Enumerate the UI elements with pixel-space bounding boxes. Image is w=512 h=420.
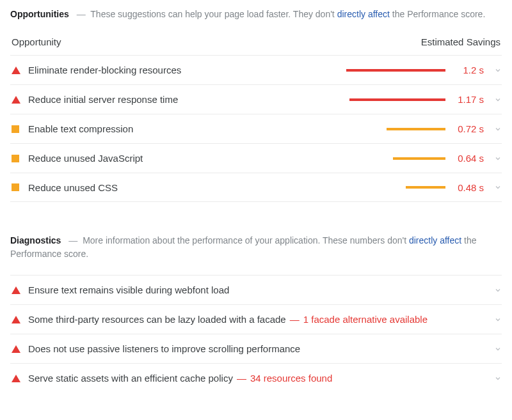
extra-dash: —: [290, 314, 300, 325]
opportunities-desc-after: the Performance score.: [390, 9, 485, 19]
triangle-icon: [12, 96, 20, 104]
diagnostic-label: Does not use passive listeners to improv…: [28, 343, 300, 354]
opportunities-desc-before: These suggestions can help your page loa…: [90, 9, 337, 19]
bar-fill: [387, 128, 445, 130]
savings-value: 1.2 s: [445, 65, 489, 75]
chevron-down-icon[interactable]: [489, 125, 502, 133]
savings-bar: [343, 186, 445, 189]
square-icon: [12, 155, 19, 162]
severity-icon: [10, 183, 28, 191]
triangle-icon: [12, 66, 20, 74]
savings-bar: [343, 69, 445, 72]
opportunities-title: Opportunities: [10, 9, 69, 19]
opportunity-row[interactable]: Reduce unused JavaScript0.64 s: [10, 143, 502, 173]
severity-icon: [10, 96, 28, 104]
savings-value: 0.48 s: [445, 182, 489, 193]
severity-icon: [10, 155, 28, 162]
bar-fill: [393, 157, 445, 160]
diagnostic-row[interactable]: Ensure text remains visible during webfo…: [10, 275, 502, 304]
triangle-icon: [12, 345, 20, 353]
directly-affect-link[interactable]: directly affect: [337, 9, 390, 19]
diagnostic-extra: 34 resources found: [250, 373, 332, 384]
opportunity-row[interactable]: Reduce initial server response time1.17 …: [10, 84, 502, 114]
diagnostics-list: Ensure text remains visible during webfo…: [10, 275, 502, 393]
savings-bar: [343, 157, 445, 160]
diagnostic-label: Serve static assets with an efficient ca…: [28, 373, 233, 384]
triangle-icon: [12, 316, 20, 323]
triangle-icon: [12, 286, 20, 294]
opportunity-row[interactable]: Reduce unused CSS0.48 s: [10, 173, 502, 202]
opportunity-list: Eliminate render-blocking resources1.2 s…: [10, 55, 502, 202]
severity-icon: [10, 316, 28, 323]
directly-affect-link[interactable]: directly affect: [409, 235, 461, 245]
bar-fill: [346, 69, 445, 72]
triangle-icon: [12, 375, 20, 382]
col-opportunity: Opportunity: [12, 36, 61, 47]
opportunity-column-headers: Opportunity Estimated Savings: [10, 35, 502, 55]
dash-separator: —: [68, 235, 77, 245]
savings-value: 0.72 s: [445, 123, 489, 134]
opportunity-row[interactable]: Eliminate render-blocking resources1.2 s: [10, 55, 502, 84]
col-savings: Estimated Savings: [421, 36, 500, 47]
chevron-down-icon[interactable]: [489, 345, 502, 353]
square-icon: [12, 183, 19, 191]
diagnostic-label: Ensure text remains visible during webfo…: [28, 284, 229, 295]
diagnostics-header: Diagnostics — More information about the…: [10, 234, 502, 261]
chevron-down-icon[interactable]: [489, 155, 502, 162]
diagnostic-extra: 1 facade alternative available: [303, 314, 428, 325]
opportunity-row[interactable]: Enable text compression0.72 s: [10, 114, 502, 143]
severity-icon: [10, 66, 28, 74]
chevron-down-icon[interactable]: [489, 66, 502, 74]
savings-bar: [343, 128, 445, 130]
chevron-down-icon[interactable]: [489, 183, 502, 191]
opportunity-label: Reduce unused JavaScript: [28, 153, 343, 164]
chevron-down-icon[interactable]: [489, 96, 502, 104]
diagnostic-label: Some third-party resources can be lazy l…: [28, 314, 286, 325]
dash-separator: —: [77, 9, 86, 19]
severity-icon: [10, 125, 28, 133]
savings-bar: [343, 98, 445, 101]
diagnostic-row[interactable]: Some third-party resources can be lazy l…: [10, 304, 502, 334]
severity-icon: [10, 286, 28, 294]
square-icon: [12, 125, 19, 133]
diagnostics-title: Diagnostics: [10, 235, 61, 245]
bar-fill: [349, 98, 445, 101]
chevron-down-icon[interactable]: [489, 316, 502, 323]
severity-icon: [10, 345, 28, 353]
savings-value: 0.64 s: [445, 153, 489, 164]
savings-value: 1.17 s: [445, 94, 489, 105]
chevron-down-icon[interactable]: [489, 286, 502, 294]
diagnostics-desc-before: More information about the performance o…: [83, 235, 409, 245]
opportunity-label: Reduce initial server response time: [28, 94, 343, 105]
opportunity-label: Reduce unused CSS: [28, 182, 343, 193]
opportunities-header: Opportunities — These suggestions can he…: [10, 8, 502, 21]
bar-fill: [406, 186, 445, 189]
extra-dash: —: [237, 373, 246, 384]
opportunity-label: Enable text compression: [28, 123, 343, 134]
opportunity-label: Eliminate render-blocking resources: [28, 65, 343, 75]
chevron-down-icon[interactable]: [489, 375, 502, 382]
diagnostic-row[interactable]: Does not use passive listeners to improv…: [10, 334, 502, 363]
diagnostic-row[interactable]: Serve static assets with an efficient ca…: [10, 363, 502, 393]
severity-icon: [10, 375, 28, 382]
